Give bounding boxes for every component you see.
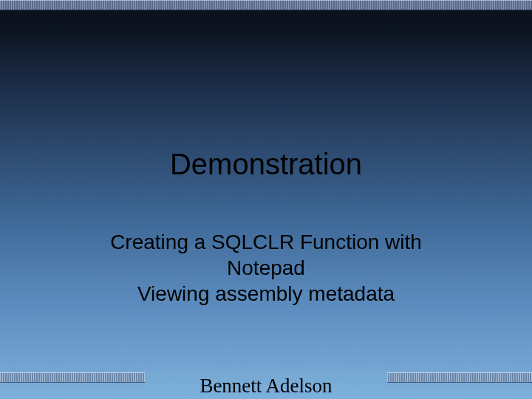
body-line-1: Creating a SQLCLR Function with <box>59 229 473 255</box>
slide-body: Creating a SQLCLR Function with Notepad … <box>59 229 473 307</box>
slide-title: Demonstration <box>0 148 532 181</box>
body-line-2: Notepad <box>59 255 473 281</box>
body-line-3: Viewing assembly metadata <box>59 281 473 307</box>
slide: Demonstration Creating a SQLCLR Function… <box>0 0 532 399</box>
top-decorative-bar <box>0 0 532 10</box>
footer-author: Bennett Adelson <box>0 375 532 398</box>
